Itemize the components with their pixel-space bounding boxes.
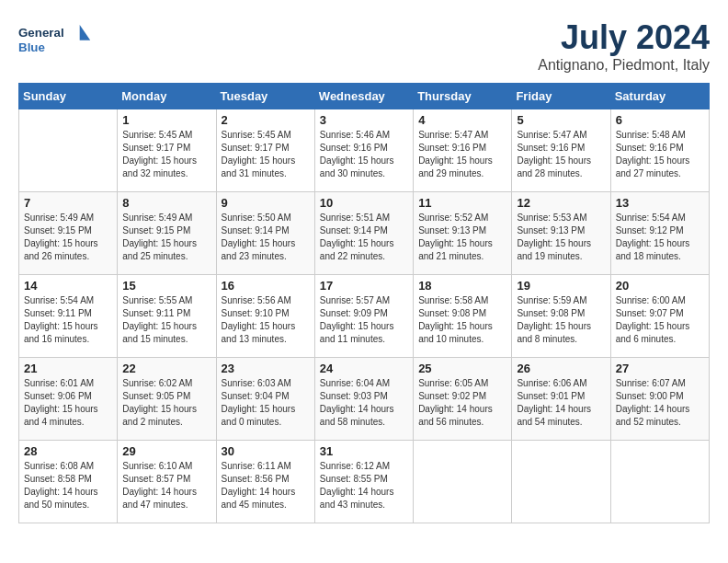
- calendar-cell: 22Sunrise: 6:02 AMSunset: 9:05 PMDayligh…: [118, 358, 216, 441]
- calendar-cell: [610, 441, 709, 523]
- calendar-cell: [512, 441, 610, 523]
- day-number: 30: [222, 444, 310, 458]
- day-number: 8: [122, 196, 210, 210]
- calendar-week-row: 1Sunrise: 5:45 AMSunset: 9:17 PMDaylight…: [19, 109, 710, 192]
- day-info: Sunrise: 5:48 AMSunset: 9:16 PMDaylight:…: [616, 129, 704, 180]
- calendar-cell: 13Sunrise: 5:54 AMSunset: 9:12 PMDayligh…: [610, 192, 709, 275]
- calendar-cell: 24Sunrise: 6:04 AMSunset: 9:03 PMDayligh…: [314, 358, 413, 441]
- day-info: Sunrise: 5:51 AMSunset: 9:14 PMDaylight:…: [320, 212, 408, 263]
- calendar-cell: 2Sunrise: 5:45 AMSunset: 9:17 PMDaylight…: [216, 109, 314, 192]
- logo: General Blue: [18, 18, 92, 60]
- calendar-cell: 7Sunrise: 5:49 AMSunset: 9:15 PMDaylight…: [19, 192, 118, 275]
- day-number: 24: [320, 362, 408, 375]
- day-info: Sunrise: 5:54 AMSunset: 9:12 PMDaylight:…: [616, 212, 704, 263]
- calendar-cell: 15Sunrise: 5:55 AMSunset: 9:11 PMDayligh…: [118, 275, 216, 358]
- day-info: Sunrise: 6:01 AMSunset: 9:06 PMDaylight:…: [24, 377, 112, 429]
- day-number: 21: [24, 362, 112, 375]
- calendar-cell: 21Sunrise: 6:01 AMSunset: 9:06 PMDayligh…: [19, 358, 118, 441]
- calendar-cell: 30Sunrise: 6:11 AMSunset: 8:56 PMDayligh…: [216, 441, 314, 523]
- day-info: Sunrise: 6:05 AMSunset: 9:02 PMDaylight:…: [418, 377, 506, 429]
- svg-text:Blue: Blue: [18, 40, 45, 54]
- day-number: 14: [24, 279, 112, 293]
- day-number: 19: [517, 279, 605, 293]
- svg-text:General: General: [18, 26, 64, 40]
- day-info: Sunrise: 6:10 AMSunset: 8:57 PMDaylight:…: [122, 460, 210, 511]
- location-title: Antignano, Piedmont, Italy: [538, 57, 710, 74]
- calendar-cell: 16Sunrise: 5:56 AMSunset: 9:10 PMDayligh…: [216, 275, 314, 358]
- calendar-week-row: 14Sunrise: 5:54 AMSunset: 9:11 PMDayligh…: [19, 275, 710, 358]
- day-info: Sunrise: 6:02 AMSunset: 9:05 PMDaylight:…: [122, 377, 210, 429]
- day-number: 13: [616, 196, 704, 210]
- day-number: 27: [616, 362, 704, 375]
- day-info: Sunrise: 5:58 AMSunset: 9:08 PMDaylight:…: [418, 294, 506, 346]
- day-number: 10: [320, 196, 408, 210]
- calendar-cell: 19Sunrise: 5:59 AMSunset: 9:08 PMDayligh…: [512, 275, 610, 358]
- weekday-header-row: SundayMondayTuesdayWednesdayThursdayFrid…: [19, 84, 710, 109]
- weekday-header-saturday: Saturday: [610, 84, 709, 109]
- day-number: 29: [122, 444, 210, 458]
- day-number: 22: [122, 362, 210, 375]
- calendar-cell: 6Sunrise: 5:48 AMSunset: 9:16 PMDaylight…: [610, 109, 709, 192]
- day-info: Sunrise: 6:04 AMSunset: 9:03 PMDaylight:…: [320, 377, 408, 429]
- day-number: 20: [616, 279, 704, 293]
- title-block: July 2024 Antignano, Piedmont, Italy: [538, 18, 710, 74]
- calendar-cell: 3Sunrise: 5:46 AMSunset: 9:16 PMDaylight…: [314, 109, 413, 192]
- day-info: Sunrise: 5:53 AMSunset: 9:13 PMDaylight:…: [517, 212, 605, 263]
- day-number: 1: [122, 113, 210, 127]
- calendar-cell: 9Sunrise: 5:50 AMSunset: 9:14 PMDaylight…: [216, 192, 314, 275]
- weekday-header-tuesday: Tuesday: [216, 84, 314, 109]
- day-info: Sunrise: 5:46 AMSunset: 9:16 PMDaylight:…: [320, 129, 408, 180]
- logo-svg: General Blue: [18, 18, 92, 60]
- calendar-cell: [19, 109, 118, 192]
- weekday-header-wednesday: Wednesday: [314, 84, 413, 109]
- day-number: 23: [222, 362, 310, 375]
- day-info: Sunrise: 6:12 AMSunset: 8:55 PMDaylight:…: [320, 460, 408, 511]
- calendar-cell: 31Sunrise: 6:12 AMSunset: 8:55 PMDayligh…: [314, 441, 413, 523]
- day-number: 26: [517, 362, 605, 375]
- day-number: 16: [222, 279, 310, 293]
- day-info: Sunrise: 5:47 AMSunset: 9:16 PMDaylight:…: [517, 129, 605, 180]
- day-number: 9: [222, 196, 310, 210]
- calendar-cell: 26Sunrise: 6:06 AMSunset: 9:01 PMDayligh…: [512, 358, 610, 441]
- day-number: 17: [320, 279, 408, 293]
- day-number: 7: [24, 196, 112, 210]
- day-info: Sunrise: 5:50 AMSunset: 9:14 PMDaylight:…: [222, 212, 310, 263]
- day-info: Sunrise: 6:08 AMSunset: 8:58 PMDaylight:…: [24, 460, 112, 511]
- calendar-cell: 12Sunrise: 5:53 AMSunset: 9:13 PMDayligh…: [512, 192, 610, 275]
- weekday-header-thursday: Thursday: [414, 84, 512, 109]
- calendar-cell: 27Sunrise: 6:07 AMSunset: 9:00 PMDayligh…: [610, 358, 709, 441]
- calendar-week-row: 21Sunrise: 6:01 AMSunset: 9:06 PMDayligh…: [19, 358, 710, 441]
- day-info: Sunrise: 5:56 AMSunset: 9:10 PMDaylight:…: [222, 294, 310, 346]
- calendar-cell: 29Sunrise: 6:10 AMSunset: 8:57 PMDayligh…: [118, 441, 216, 523]
- calendar-cell: 1Sunrise: 5:45 AMSunset: 9:17 PMDaylight…: [118, 109, 216, 192]
- day-number: 11: [418, 196, 506, 210]
- calendar-cell: 25Sunrise: 6:05 AMSunset: 9:02 PMDayligh…: [414, 358, 512, 441]
- day-info: Sunrise: 6:00 AMSunset: 9:07 PMDaylight:…: [616, 294, 704, 346]
- calendar-cell: 5Sunrise: 5:47 AMSunset: 9:16 PMDaylight…: [512, 109, 610, 192]
- calendar-cell: 4Sunrise: 5:47 AMSunset: 9:16 PMDaylight…: [414, 109, 512, 192]
- calendar-cell: 23Sunrise: 6:03 AMSunset: 9:04 PMDayligh…: [216, 358, 314, 441]
- calendar-cell: 20Sunrise: 6:00 AMSunset: 9:07 PMDayligh…: [610, 275, 709, 358]
- day-number: 18: [418, 279, 506, 293]
- calendar-cell: 17Sunrise: 5:57 AMSunset: 9:09 PMDayligh…: [314, 275, 413, 358]
- calendar-cell: 28Sunrise: 6:08 AMSunset: 8:58 PMDayligh…: [19, 441, 118, 523]
- day-number: 5: [517, 113, 605, 127]
- day-number: 28: [24, 444, 112, 458]
- calendar-cell: [414, 441, 512, 523]
- day-info: Sunrise: 5:57 AMSunset: 9:09 PMDaylight:…: [320, 294, 408, 346]
- day-info: Sunrise: 5:55 AMSunset: 9:11 PMDaylight:…: [122, 294, 210, 346]
- day-info: Sunrise: 6:07 AMSunset: 9:00 PMDaylight:…: [616, 377, 704, 429]
- day-info: Sunrise: 5:49 AMSunset: 9:15 PMDaylight:…: [24, 212, 112, 263]
- calendar-cell: 8Sunrise: 5:49 AMSunset: 9:15 PMDaylight…: [118, 192, 216, 275]
- day-info: Sunrise: 6:06 AMSunset: 9:01 PMDaylight:…: [517, 377, 605, 429]
- calendar-cell: 18Sunrise: 5:58 AMSunset: 9:08 PMDayligh…: [414, 275, 512, 358]
- day-info: Sunrise: 5:47 AMSunset: 9:16 PMDaylight:…: [418, 129, 506, 180]
- day-info: Sunrise: 5:52 AMSunset: 9:13 PMDaylight:…: [418, 212, 506, 263]
- day-number: 25: [418, 362, 506, 375]
- weekday-header-sunday: Sunday: [19, 84, 118, 109]
- day-info: Sunrise: 5:45 AMSunset: 9:17 PMDaylight:…: [222, 129, 310, 180]
- day-number: 31: [320, 444, 408, 458]
- weekday-header-monday: Monday: [118, 84, 216, 109]
- day-info: Sunrise: 6:03 AMSunset: 9:04 PMDaylight:…: [222, 377, 310, 429]
- svg-marker-2: [80, 25, 91, 40]
